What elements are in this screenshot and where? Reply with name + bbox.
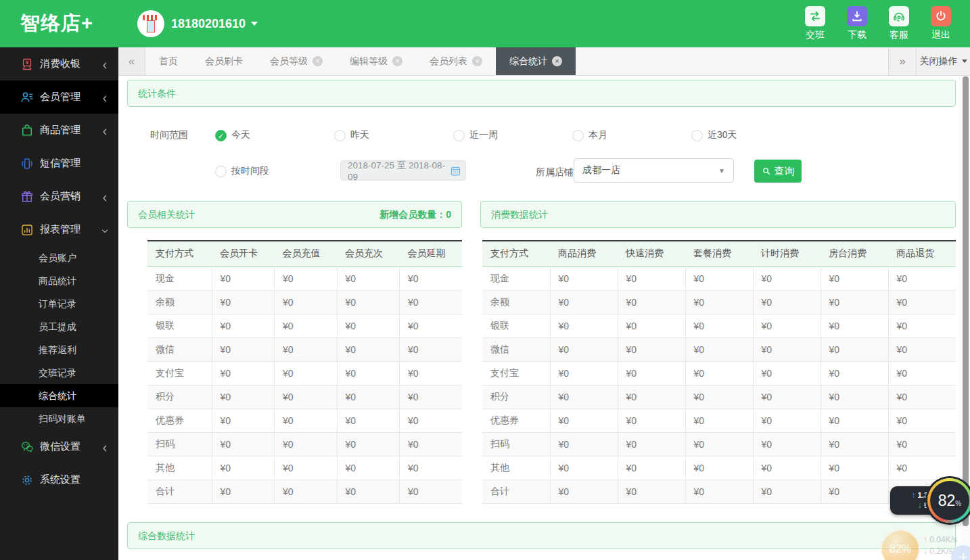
sidebar-item-sms[interactable]: 短信管理 [0,147,118,180]
memory-usage-ring[interactable]: 82 % [927,478,970,523]
shift-change-button[interactable]: 交班 [805,6,825,41]
submenu-item-shift-records[interactable]: 交班记录 [0,361,118,384]
radio-label: 本月 [588,129,607,141]
table-row: 积分¥0¥0¥0¥0¥0¥0 [482,385,956,409]
swap-icon [805,6,825,26]
amount-cell: ¥0 [753,456,821,480]
sidebar-item-goods[interactable]: 商品管理 [0,114,118,147]
amount-cell: ¥0 [685,385,753,409]
amount-cell: ¥0 [618,456,685,480]
time-option-昨天[interactable]: 昨天 [334,129,453,141]
download-button[interactable]: 下载 [847,6,867,41]
gear-icon [20,473,34,487]
amount-cell: ¥0 [212,290,275,314]
support-button[interactable]: 客服 [889,6,909,41]
tab-edit-level[interactable]: 编辑等级× [336,47,416,75]
amount-cell: ¥0 [888,290,956,314]
amount-cell: ¥0 [212,432,275,456]
sidebar-item-system-settings[interactable]: 系统设置 [0,463,118,496]
submenu-item-staff-commission[interactable]: 员工提成 [0,315,118,338]
submenu-item-comprehensive-stats[interactable]: 综合统计 [0,384,118,407]
amount-cell: ¥0 [400,480,463,503]
amount-cell: ¥0 [275,409,338,432]
close-tab-icon[interactable]: × [552,56,562,66]
amount-cell: ¥0 [618,432,685,456]
amount-cell: ¥0 [821,266,888,290]
amount-cell: ¥0 [821,385,888,409]
sidebar-item-marketing[interactable]: 会员营销 [0,180,118,213]
amount-cell: ¥0 [550,480,618,503]
sidebar-item-label: 微信设置 [40,440,80,453]
time-option-近一周[interactable]: 近一周 [453,129,572,141]
memory-percent: 82 [938,492,956,510]
store-select[interactable]: 成都一店 ▼ [574,158,734,183]
submenu-item-scan-statement[interactable]: 扫码对账单 [0,407,118,430]
payment-method-cell: 扫码 [482,432,550,456]
time-option-按时间段[interactable]: 按时间段 [215,165,269,177]
sidebar-item-reports[interactable]: 报表管理 [0,213,118,246]
scrollbar-thumb[interactable] [963,76,969,526]
amount-cell: ¥0 [400,409,463,432]
payment-method-cell: 其他 [147,456,212,480]
tab-comprehensive-stats[interactable]: 综合统计× [496,47,576,75]
main-content: 统计条件 时间范围 今天昨天近一周本月近30天 按时间段 2018-07-25 … [118,76,961,560]
amount-cell: ¥0 [550,266,618,290]
search-icon [762,166,771,176]
tab-member-level[interactable]: 会员等级× [256,47,336,75]
bar-chart-icon [20,223,34,237]
amount-cell: ¥0 [888,314,956,337]
accelerator-ball[interactable]: 82% [881,530,920,560]
tabs-scroll-right-button[interactable]: » [888,47,916,75]
amount-cell: ¥0 [337,480,400,503]
sidebar-item-wechat-settings[interactable]: 微信设置 [0,430,118,463]
amount-cell: ¥0 [400,290,463,314]
table-row: 微信¥0¥0¥0¥0 [147,337,462,361]
submenu-item-goods-stats[interactable]: 商品统计 [0,269,118,292]
amount-cell: ¥0 [618,314,685,337]
tabs-strip: 首页会员刷卡会员等级×编辑等级×会员列表×综合统计× [145,47,888,75]
date-range-input[interactable]: 2018-07-25 至 2018-08-09 [340,160,466,181]
radio-label: 按时间段 [231,165,269,177]
user-menu[interactable]: 18180201610 [137,10,258,37]
amount-cell: ¥0 [618,290,685,314]
amount-cell: ¥0 [821,432,888,456]
tabs-scroll-left-button[interactable]: « [118,47,145,75]
payment-method-cell: 积分 [482,385,550,409]
submenu-item-referral-rebate[interactable]: 推荐返利 [0,338,118,361]
sidebar: ¥消费收银会员管理商品管理短信管理会员营销报表管理会员账户商品统计订单记录员工提… [0,47,118,560]
chevron-left-icon [101,193,109,201]
tab-member-swipe[interactable]: 会员刷卡 [191,47,256,75]
time-option-今天[interactable]: 今天 [215,129,334,141]
amount-cell: ¥0 [212,385,275,409]
cash-register-icon: ¥ [20,57,34,71]
tab-member-list[interactable]: 会员列表× [416,47,496,75]
amount-cell: ¥0 [337,409,400,432]
amount-cell: ¥0 [821,409,888,432]
download-arrow-icon: ↓ [923,546,927,556]
member-stats-header: 会员相关统计 新增会员数量：0 [127,201,462,228]
amount-cell: ¥0 [275,337,338,361]
search-button[interactable]: 查询 [754,160,802,183]
sidebar-item-cashier[interactable]: ¥消费收银 [0,47,118,80]
logout-button[interactable]: 退出 [931,6,951,41]
close-tab-icon[interactable]: × [392,56,402,66]
submenu-item-order-records[interactable]: 订单记录 [0,292,118,315]
sidebar-item-members[interactable]: 会员管理 [0,80,118,114]
time-range-label: 时间范围 [150,129,198,141]
radio-label: 近一周 [469,129,498,141]
chevron-left-icon [101,93,109,101]
amount-cell: ¥0 [275,385,338,409]
time-option-本月[interactable]: 本月 [572,129,691,141]
amount-cell: ¥0 [550,409,618,432]
time-option-近30天[interactable]: 近30天 [691,129,810,141]
amount-cell: ¥0 [753,290,821,314]
chevron-down-icon [251,22,258,26]
header-actions: 交班下载客服退出 [805,6,970,41]
submenu-item-member-account[interactable]: 会员账户 [0,246,118,269]
consume-stats-title: 消费数据统计 [491,209,548,220]
close-operations-button[interactable]: 关闭操作 [916,47,970,75]
tab-home[interactable]: 首页 [145,47,191,75]
close-tab-icon[interactable]: × [472,56,482,66]
amount-cell: ¥0 [212,361,275,385]
close-tab-icon[interactable]: × [313,56,323,66]
